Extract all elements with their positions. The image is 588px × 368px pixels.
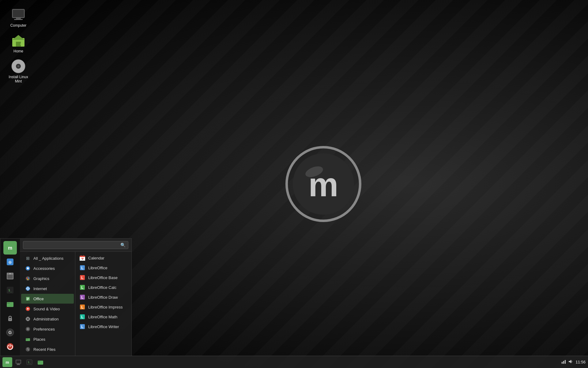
sound-video-icon (25, 306, 31, 312)
sidebar-icon-package[interactable] (3, 269, 17, 283)
app-libreoffice[interactable]: L LibreOffice (75, 263, 131, 273)
sidebar-icon-power[interactable] (3, 340, 17, 353)
category-graphics[interactable]: Graphics (21, 274, 74, 283)
svg-text:G: G (9, 330, 12, 335)
svg-rect-43 (27, 298, 29, 298)
sidebar-icon-software[interactable]: ⊕ (3, 255, 17, 269)
libreoffice-app-icon: L (79, 264, 86, 271)
app-libreoffice-base[interactable]: L LibreOffice Base (75, 273, 131, 282)
taskbar-mint-button[interactable]: m (2, 357, 12, 367)
desktop-icon-home[interactable]: Home (6, 32, 31, 55)
administration-icon (25, 316, 31, 322)
desktop-icon-install[interactable]: Install Linux Mint (6, 58, 31, 85)
svg-rect-57 (26, 339, 28, 339)
svg-marker-9 (12, 35, 24, 40)
categories-list: ⊞ All _ Applications Accessories (20, 252, 75, 356)
svg-text:$_: $_ (8, 289, 12, 292)
start-menu: m ⊕ $_ (0, 238, 132, 356)
sidebar-icon-files[interactable] (3, 297, 17, 311)
app-libreoffice-calc[interactable]: L LibreOffice Calc (75, 282, 131, 292)
all-apps-icon: ⊞ (25, 255, 31, 261)
category-preferences[interactable]: Preferences (21, 324, 74, 334)
desktop-icon-computer[interactable]: Computer (6, 6, 31, 29)
sidebar-icon-lock[interactable] (3, 312, 17, 325)
app-calendar-label: Calendar (88, 256, 104, 260)
category-internet[interactable]: Internet (21, 284, 74, 293)
menu-body: ⊞ All _ Applications Accessories (20, 252, 131, 356)
svg-rect-62 (83, 255, 84, 257)
taskbar: m $_ 11:56 (0, 356, 588, 368)
svg-rect-83 (17, 364, 20, 365)
svg-point-11 (20, 44, 21, 45)
category-recent-files-label: Recent Files (33, 347, 55, 352)
network-icon (561, 359, 566, 365)
app-libreoffice-impress[interactable]: L LibreOffice Impress (75, 302, 131, 312)
install-icon-label: Install Linux Mint (7, 75, 29, 83)
sidebar-icon-mint[interactable]: m (3, 241, 17, 255)
computer-icon-label: Computer (10, 23, 27, 28)
search-input[interactable] (26, 243, 120, 247)
svg-rect-26 (7, 303, 10, 304)
libreoffice-calc-icon: L (79, 284, 86, 291)
app-libreoffice-base-label: LibreOffice Base (88, 275, 118, 280)
svg-rect-45 (27, 300, 28, 300)
taskbar-terminal[interactable]: $_ (24, 357, 34, 367)
category-office[interactable]: Office (21, 294, 74, 304)
category-administration[interactable]: Administration (21, 314, 74, 324)
taskbar-files[interactable] (36, 357, 45, 367)
taskbar-show-desktop[interactable] (13, 357, 23, 367)
start-main: 🔍 ⊞ All _ Applications Accessories (20, 239, 131, 356)
svg-text:⊕: ⊕ (8, 260, 12, 265)
start-sidebar: m ⊕ $_ (0, 239, 20, 356)
app-libreoffice-writer-label: LibreOffice Writer (88, 324, 119, 329)
places-icon (25, 336, 31, 342)
search-icon[interactable]: 🔍 (120, 243, 126, 247)
app-calendar[interactable]: 📅 Calendar (75, 253, 131, 263)
libreoffice-base-icon: L (79, 274, 86, 281)
taskbar-right: 11:56 (561, 359, 586, 365)
volume-icon[interactable] (568, 359, 573, 365)
svg-rect-33 (27, 267, 29, 269)
svg-point-28 (9, 319, 11, 320)
svg-text:L: L (81, 315, 83, 319)
svg-marker-91 (569, 360, 571, 363)
svg-rect-50 (28, 317, 28, 318)
svg-text:L: L (81, 286, 83, 290)
app-libreoffice-math-label: LibreOffice Math (88, 315, 117, 319)
libreoffice-impress-icon: L (79, 304, 86, 310)
app-libreoffice-math[interactable]: L LibreOffice Math (75, 312, 131, 322)
install-icon (11, 59, 26, 74)
app-libreoffice-calc-label: LibreOffice Calc (88, 285, 116, 290)
svg-text:m: m (8, 245, 12, 251)
svg-rect-86 (38, 361, 43, 365)
preferences-icon (25, 326, 31, 332)
search-bar: 🔍 (20, 239, 131, 252)
svg-text:m: m (6, 360, 9, 365)
category-internet-label: Internet (33, 286, 47, 291)
category-sound-video[interactable]: Sound & Video (21, 304, 74, 314)
app-libreoffice-draw[interactable]: L LibreOffice Draw (75, 292, 131, 302)
category-all-applications[interactable]: ⊞ All _ Applications (21, 253, 74, 263)
app-libreoffice-draw-label: LibreOffice Draw (88, 295, 118, 300)
app-libreoffice-impress-label: LibreOffice Impress (88, 305, 123, 309)
internet-icon (25, 286, 31, 292)
svg-text:L: L (81, 295, 83, 300)
app-libreoffice-writer[interactable]: L LibreOffice Writer (75, 322, 131, 332)
svg-rect-51 (28, 320, 28, 321)
svg-rect-6 (16, 18, 21, 19)
category-recent-files[interactable]: Recent Files (21, 344, 74, 354)
sidebar-icon-gramps[interactable]: G (3, 326, 17, 339)
svg-rect-44 (27, 299, 29, 299)
svg-rect-89 (563, 361, 564, 364)
svg-rect-52 (26, 319, 27, 319)
computer-icon (11, 7, 26, 22)
svg-text:L: L (81, 276, 83, 280)
taskbar-left: m $_ (2, 357, 45, 367)
recent-files-icon (25, 346, 31, 352)
category-places[interactable]: Places (21, 334, 74, 344)
libreoffice-writer-icon: L (79, 323, 86, 330)
svg-rect-10 (16, 42, 21, 47)
search-input-wrap: 🔍 (23, 241, 128, 249)
category-accessories[interactable]: Accessories (21, 263, 74, 273)
sidebar-icon-terminal[interactable]: $_ (3, 283, 17, 297)
